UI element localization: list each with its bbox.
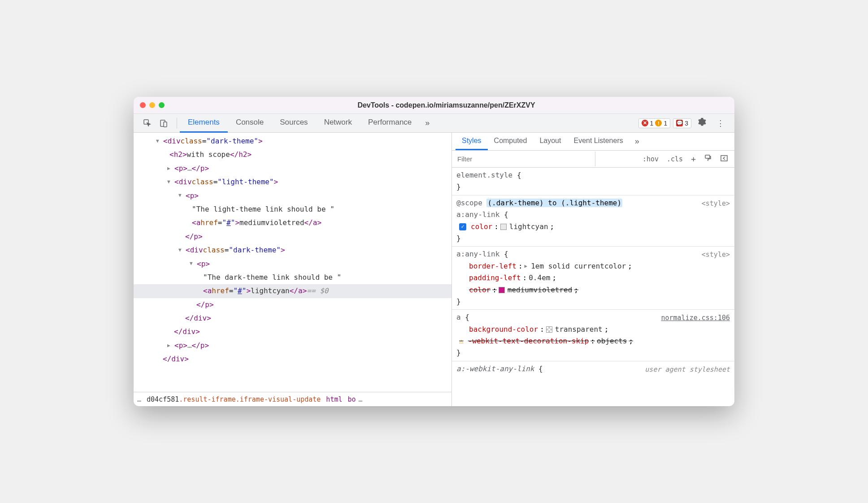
dom-node[interactable]: </div> <box>134 312 451 325</box>
add-rule-button[interactable]: + <box>687 152 699 165</box>
dom-node[interactable]: ▶<p>…</p> <box>134 162 451 175</box>
device-toolbar-icon[interactable] <box>158 117 169 129</box>
source-link[interactable]: <style> <box>702 249 730 260</box>
main-toolbar: Elements Console Sources Network Perform… <box>134 114 734 133</box>
selector: a <box>456 313 461 321</box>
declaration[interactable]: background-color: transparent; <box>456 324 730 335</box>
styles-toolbar: :hov .cls + <box>452 151 734 168</box>
selector: a:any-link <box>456 250 499 258</box>
rule-element-style[interactable]: element.style { } <box>452 168 734 195</box>
minimize-button[interactable] <box>149 102 155 108</box>
href-value: # <box>238 286 242 295</box>
scope-range: (.dark-theme) to (.light-theme) <box>486 199 622 207</box>
computed-sidebar-icon[interactable] <box>716 152 732 166</box>
href-value: # <box>226 218 231 227</box>
source-link[interactable]: normalize.css:106 <box>661 312 730 324</box>
dom-node[interactable]: ▼<div class="dark-theme"> <box>134 243 451 257</box>
dom-node[interactable]: ▼<div class="dark-theme"> <box>134 134 451 148</box>
text-node: with scope <box>187 148 230 161</box>
issues-count: 3 <box>685 120 688 127</box>
tab-sources[interactable]: Sources <box>272 114 316 133</box>
elements-panel: ▼<div class="dark-theme"> <h2>with scope… <box>134 133 452 406</box>
dom-node[interactable]: ▼<div class="light-theme"> <box>134 175 451 189</box>
breadcrumb-item[interactable]: d04cf581.result-iframe.iframe-visual-upd… <box>144 395 323 403</box>
collapsed-content: … <box>187 339 192 352</box>
svg-rect-2 <box>164 122 167 127</box>
svg-rect-4 <box>721 156 727 161</box>
rule-scope[interactable]: <style> @scope (.dark-theme) to (.light-… <box>452 195 734 247</box>
breadcrumb-ellipsis[interactable]: … <box>137 395 144 403</box>
devtools-window: DevTools - codepen.io/miriamsuzanne/pen/… <box>134 97 734 406</box>
dom-node[interactable]: ▶<p>…</p> <box>134 339 451 352</box>
declaration[interactable]: color: lightcyan; <box>456 221 730 233</box>
tab-computed[interactable]: Computed <box>488 133 534 150</box>
tab-network[interactable]: Network <box>316 114 360 133</box>
declaration[interactable]: border-left:▶1em solid currentcolor; <box>456 260 730 272</box>
error-warning-badge[interactable]: ✕ 1 ! 1 <box>638 118 671 128</box>
titlebar: DevTools - codepen.io/miriamsuzanne/pen/… <box>134 97 734 114</box>
dom-node[interactable]: </p> <box>134 230 451 243</box>
color-swatch[interactable] <box>499 287 505 293</box>
dom-node[interactable]: <h2>with scope</h2> <box>134 148 451 161</box>
tab-event-listeners[interactable]: Event Listeners <box>567 133 629 150</box>
cls-button[interactable]: .cls <box>663 153 686 165</box>
dom-tree[interactable]: ▼<div class="dark-theme"> <h2>with scope… <box>134 133 451 392</box>
filter-input[interactable] <box>452 152 595 166</box>
content-area: ▼<div class="dark-theme"> <h2>with scope… <box>134 133 734 406</box>
tab-elements[interactable]: Elements <box>180 114 228 133</box>
dom-node[interactable]: ▼<p> <box>134 257 451 271</box>
issue-icon: 💬 <box>676 120 683 126</box>
rule-ua[interactable]: user agent stylesheet a:-webkit-any-link… <box>452 361 734 377</box>
attr-value: dark-theme <box>211 137 254 145</box>
checkbox-icon[interactable] <box>459 223 466 230</box>
attr-value: light-theme <box>222 178 269 186</box>
source-link: user agent stylesheet <box>645 364 730 375</box>
tab-layout[interactable]: Layout <box>533 133 567 150</box>
more-styles-tabs[interactable]: » <box>629 133 645 150</box>
close-button[interactable] <box>140 102 146 108</box>
dom-node[interactable]: </p> <box>134 298 451 312</box>
breadcrumb-item[interactable]: html <box>323 395 345 403</box>
maximize-button[interactable] <box>159 102 165 108</box>
issues-badge[interactable]: 💬 3 <box>673 118 691 128</box>
color-swatch[interactable] <box>500 224 507 230</box>
declaration[interactable]: padding-left: 0.4em; <box>456 272 730 284</box>
breadcrumb-ellipsis[interactable]: … <box>359 395 363 403</box>
paint-icon[interactable] <box>700 152 716 166</box>
link-text: mediumvioletred <box>239 216 304 230</box>
styles-rules[interactable]: element.style { } <style> @scope (.dark-… <box>452 168 734 406</box>
dom-node-selected[interactable]: <a href="#">lightcyan</a> == $0 <box>134 284 451 298</box>
rule-any-link[interactable]: <style> a:any-link { border-left:▶1em so… <box>452 247 734 310</box>
tab-console[interactable]: Console <box>228 114 272 133</box>
dom-text-node[interactable]: "The light-theme link should be " <box>134 203 451 216</box>
text-content: "The dark-theme link should be " <box>203 271 341 284</box>
color-swatch[interactable] <box>546 326 552 333</box>
breadcrumb-item[interactable]: bo <box>345 395 358 403</box>
kebab-menu-icon[interactable]: ⋮ <box>713 118 728 128</box>
declaration-invalid[interactable]: ⚠-webkit-text-decoration-skip: objects; <box>456 335 730 347</box>
dom-node[interactable]: <a href="#">mediumvioletred</a> <box>134 216 451 230</box>
source-link[interactable]: <style> <box>702 198 730 209</box>
tab-performance[interactable]: Performance <box>360 114 420 133</box>
hov-button[interactable]: :hov <box>639 153 662 165</box>
selector: a:-webkit-any-link <box>456 364 534 373</box>
dom-node[interactable]: </div> <box>134 352 451 366</box>
error-count: 1 <box>650 120 654 127</box>
dom-text-node[interactable]: "The dark-theme link should be " <box>134 271 451 284</box>
tab-styles[interactable]: Styles <box>456 133 488 150</box>
dom-node[interactable]: ▼<p> <box>134 189 451 203</box>
settings-icon[interactable] <box>694 117 710 129</box>
dom-node[interactable]: </div> <box>134 325 451 338</box>
selector: a:any-link <box>456 210 499 219</box>
traffic-lights <box>140 102 165 108</box>
breadcrumb-bar[interactable]: … d04cf581.result-iframe.iframe-visual-u… <box>134 392 451 406</box>
declaration-overridden[interactable]: color: mediumvioletred; <box>456 284 730 296</box>
more-tabs-button[interactable]: » <box>420 114 435 133</box>
rule-a[interactable]: normalize.css:106 a { background-color: … <box>452 310 734 361</box>
styles-panel: Styles Computed Layout Event Listeners »… <box>452 133 734 406</box>
attr-value: dark-theme <box>233 246 276 254</box>
warning-count: 1 <box>664 120 667 127</box>
error-icon: ✕ <box>642 120 648 126</box>
collapsed-content: … <box>187 162 192 175</box>
inspect-element-icon[interactable] <box>142 117 153 129</box>
